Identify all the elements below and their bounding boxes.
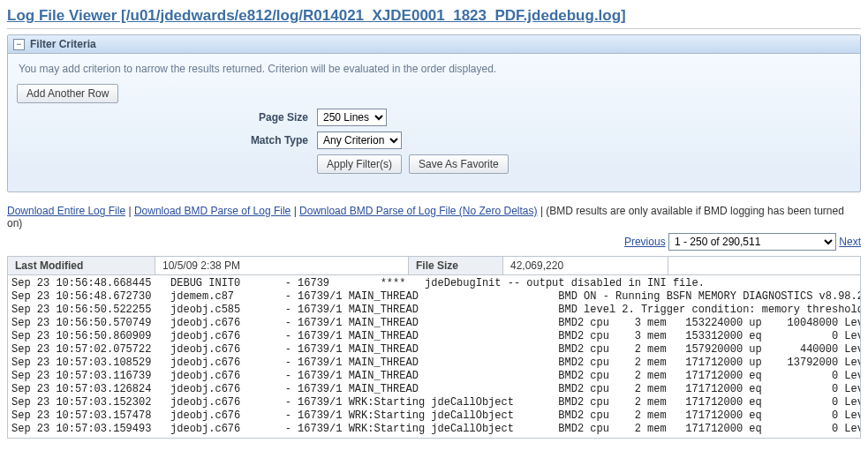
add-row-button[interactable]: Add Another Row (17, 84, 118, 103)
file-size-value: 42,069,220 (503, 257, 668, 275)
previous-link[interactable]: Previous (624, 236, 666, 248)
page-title: Log File Viewer [/u01/jdedwards/e812/log… (7, 7, 861, 25)
log-content: Sep 23 10:56:48.668445 DEBUG INIT0 - 167… (7, 275, 861, 439)
last-modified-label: Last Modified (8, 257, 155, 275)
download-bmd-link[interactable]: Download BMD Parse of Log File (134, 205, 291, 217)
download-entire-link[interactable]: Download Entire Log File (7, 205, 125, 217)
filter-header: − Filter Criteria (8, 35, 860, 54)
pager: Previous 1 - 250 of 290,511 Next (7, 233, 861, 251)
save-favorite-button[interactable]: Save As Favorite (409, 154, 509, 174)
match-type-select[interactable]: Any Criterion (317, 131, 402, 149)
divider (7, 28, 861, 29)
filter-description: You may add criterion to narrow the resu… (19, 63, 851, 75)
file-size-label: File Size (409, 257, 503, 275)
download-links-row: Download Entire Log File | Download BMD … (7, 205, 861, 229)
filter-panel: − Filter Criteria You may add criterion … (7, 34, 861, 192)
page-size-label: Page Size (17, 111, 308, 124)
apply-filters-button[interactable]: Apply Filter(s) (317, 154, 402, 174)
filter-header-label: Filter Criteria (30, 38, 96, 50)
next-link[interactable]: Next (839, 236, 861, 248)
last-modified-value: 10/5/09 2:38 PM (155, 257, 409, 275)
collapse-icon[interactable]: − (13, 39, 25, 50)
download-bmd-nz-link[interactable]: Download BMD Parse of Log File (No Zero … (299, 205, 537, 217)
page-range-select[interactable]: 1 - 250 of 290,511 (668, 233, 836, 251)
meta-table: Last Modified 10/5/09 2:38 PM File Size … (7, 256, 861, 275)
meta-spacer (668, 257, 861, 275)
page-size-select[interactable]: 250 Lines (317, 109, 387, 126)
match-type-label: Match Type (17, 134, 308, 146)
